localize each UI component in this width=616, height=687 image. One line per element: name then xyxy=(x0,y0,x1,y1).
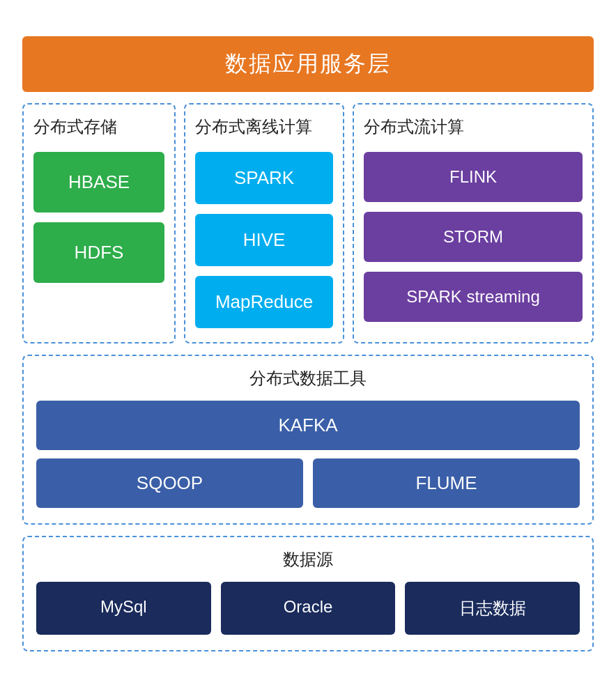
hdfs-block: HDFS xyxy=(33,222,164,283)
hive-block: HIVE xyxy=(195,214,333,266)
storm-block: STORM xyxy=(364,212,583,262)
tools-title: 分布式数据工具 xyxy=(36,367,580,389)
oracle-block: Oracle xyxy=(221,582,396,635)
datasource-title: 数据源 xyxy=(36,548,580,571)
middle-row: 分布式存储 HBASE HDFS 分布式离线计算 SPARK HIVE MapR… xyxy=(22,103,594,344)
hbase-block: HBASE xyxy=(33,152,164,213)
spark-streaming-block: SPARK streaming xyxy=(364,272,583,322)
flink-block: FLINK xyxy=(364,152,583,202)
offline-box: 分布式离线计算 SPARK HIVE MapReduce xyxy=(184,103,344,344)
storage-title: 分布式存储 xyxy=(33,116,164,138)
sqoop-block: SQOOP xyxy=(36,458,303,508)
top-banner: 数据应用服务层 xyxy=(22,36,594,92)
kafka-block: KAFKA xyxy=(36,401,580,450)
tools-section: 分布式数据工具 KAFKA SQOOP FLUME xyxy=(22,355,594,525)
mysql-block: MySql xyxy=(36,582,211,635)
storage-box: 分布式存储 HBASE HDFS xyxy=(22,103,176,344)
stream-box: 分布式流计算 FLINK STORM SPARK streaming xyxy=(353,103,594,344)
stream-title: 分布式流计算 xyxy=(364,116,583,138)
log-block: 日志数据 xyxy=(405,582,580,635)
architecture-diagram: 数据应用服务层 分布式存储 HBASE HDFS 分布式离线计算 SPARK H… xyxy=(22,36,594,651)
spark-block: SPARK xyxy=(195,152,333,204)
datasource-row: MySql Oracle 日志数据 xyxy=(36,582,580,635)
tools-bottom-row: SQOOP FLUME xyxy=(36,458,580,508)
top-banner-label: 数据应用服务层 xyxy=(225,51,391,76)
offline-title: 分布式离线计算 xyxy=(195,116,333,138)
mapreduce-block: MapReduce xyxy=(195,276,333,328)
flume-block: FLUME xyxy=(313,458,580,508)
datasource-section: 数据源 MySql Oracle 日志数据 xyxy=(22,536,594,651)
